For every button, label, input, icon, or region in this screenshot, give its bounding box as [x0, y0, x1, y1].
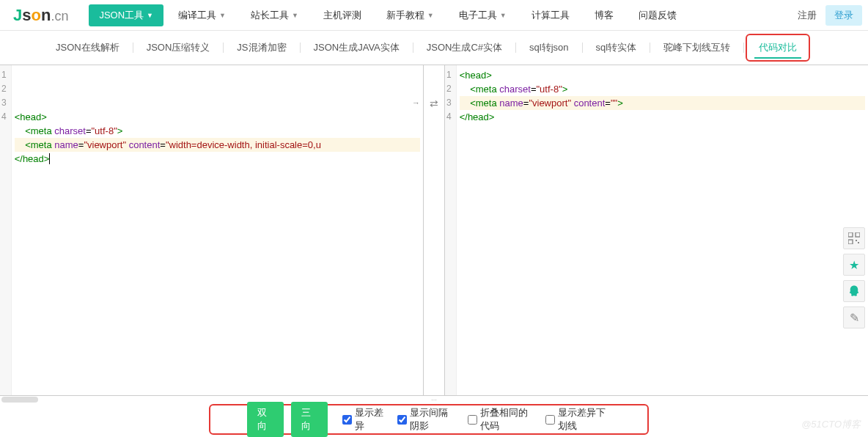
nav-8[interactable]: 问题反馈	[628, 4, 687, 26]
caret-icon: ▼	[292, 12, 298, 19]
check-label: 显示差异下划线	[558, 406, 611, 433]
check-label: 折叠相同的代码	[480, 406, 533, 433]
separator	[650, 43, 650, 53]
text-cursor	[49, 153, 50, 164]
subtab-7[interactable]: 驼峰下划线互转	[652, 35, 742, 60]
left-gutter: 1234	[0, 65, 12, 395]
check-1[interactable]: 显示间隔阴影	[397, 406, 455, 433]
code-line[interactable]: <meta name="viewport" content="">	[460, 96, 865, 110]
fold-arrow-icon[interactable]: →	[412, 96, 420, 110]
scroll-track: ⋯	[0, 396, 868, 403]
code-line[interactable]: <head>	[15, 110, 420, 124]
scroll-gap: ⋯	[423, 396, 445, 403]
svg-rect-2	[848, 240, 853, 244]
sub-nav: JSON在线解析JSON压缩转义JS混淆加密JSON生成JAVA实体JSON生成…	[0, 31, 868, 65]
scroll-thumb[interactable]	[1, 397, 38, 403]
nav-1[interactable]: 编译工具▼	[168, 4, 236, 26]
code-line[interactable]: <meta charset="utf-8">	[460, 82, 865, 96]
subtab-5[interactable]: sql转json	[518, 35, 580, 60]
caret-icon: ▼	[427, 12, 434, 19]
right-gutter: 1234	[445, 65, 457, 395]
check-label: 显示间隔阴影	[410, 406, 455, 433]
check-3[interactable]: 显示差异下划线	[545, 406, 611, 433]
diff-toolbar: 双向 三向 显示差异显示间隔阴影折叠相同的代码显示差异下划线	[209, 404, 649, 435]
checkbox-3[interactable]	[545, 415, 555, 425]
subtab-0[interactable]: JSON在线解析	[44, 35, 131, 60]
separator	[743, 43, 744, 53]
caret-icon: ▼	[147, 12, 153, 19]
right-pane[interactable]: 1234 <head> <meta charset="utf-8"> <meta…	[445, 65, 868, 395]
logo-j: J	[13, 6, 22, 24]
three-way-button[interactable]: 三向	[291, 402, 328, 437]
svg-rect-0	[848, 232, 853, 237]
check-0[interactable]: 显示差异	[342, 406, 384, 433]
qrcode-icon[interactable]	[843, 227, 865, 249]
subtab-1[interactable]: JSON压缩转义	[135, 35, 222, 60]
logo[interactable]: Json.cn	[6, 6, 76, 25]
separator	[223, 43, 224, 53]
subtab-6[interactable]: sql转实体	[584, 35, 649, 60]
code-line[interactable]: <meta name="viewport" content="width=dev…	[15, 138, 420, 152]
editor-area: 1234 → <head> <meta charset="utf-8"> <me…	[0, 65, 868, 396]
qq-icon[interactable]	[843, 280, 865, 302]
nav-6[interactable]: 计算工具	[521, 4, 580, 26]
two-way-button[interactable]: 双向	[247, 402, 284, 437]
separator	[300, 43, 301, 53]
separator	[413, 43, 413, 53]
topbar: Json.cn JSON工具▼编译工具▼站长工具▼主机评测新手教程▼电子工具▼计…	[0, 0, 868, 31]
logo-s: s	[22, 6, 31, 24]
left-scrollbar[interactable]	[0, 396, 423, 403]
logo-o: o	[32, 6, 41, 24]
separator	[515, 43, 516, 53]
caret-icon: ▼	[500, 12, 507, 19]
check-2[interactable]: 折叠相同的代码	[468, 406, 533, 433]
checkbox-2[interactable]	[468, 415, 477, 425]
nav-3[interactable]: 主机评测	[313, 4, 372, 26]
login-button[interactable]: 登录	[825, 5, 862, 26]
left-pane[interactable]: 1234 → <head> <meta charset="utf-8"> <me…	[0, 65, 423, 395]
nav-7[interactable]: 博客	[584, 4, 624, 26]
right-scrollbar[interactable]	[445, 396, 868, 403]
nav-2[interactable]: 站长工具▼	[240, 4, 309, 26]
check-label: 显示差异	[355, 406, 384, 433]
subtab-4[interactable]: JSON生成C#实体	[415, 35, 514, 60]
left-code[interactable]: → <head> <meta charset="utf-8"> <meta na…	[12, 65, 423, 395]
code-line[interactable]: <head>	[460, 68, 865, 82]
logo-cn: .cn	[51, 9, 68, 23]
separator	[582, 43, 583, 53]
subtab-8[interactable]: 代码对比	[746, 34, 810, 62]
subtab-2[interactable]: JS混淆加密	[225, 35, 298, 60]
nav-4[interactable]: 新手教程▼	[376, 4, 444, 26]
right-sidebar: ★ ✎	[843, 227, 865, 328]
svg-rect-3	[856, 240, 857, 241]
pencil-icon[interactable]: ✎	[843, 306, 865, 328]
checkbox-0[interactable]	[342, 415, 352, 425]
watermark: @51CTO博客	[801, 418, 861, 431]
nav-0[interactable]: JSON工具▼	[89, 4, 163, 26]
checkbox-1[interactable]	[397, 415, 407, 425]
caret-icon: ▼	[219, 12, 226, 19]
right-code[interactable]: <head> <meta charset="utf-8"> <meta name…	[457, 65, 868, 395]
code-line[interactable]: <meta charset="utf-8">	[15, 124, 420, 138]
separator	[133, 43, 133, 53]
code-line[interactable]: </head>	[460, 110, 865, 124]
nav-5[interactable]: 电子工具▼	[449, 4, 517, 26]
svg-rect-1	[856, 232, 860, 237]
star-icon[interactable]: ★	[843, 254, 865, 276]
register-button[interactable]: 注册	[789, 5, 825, 26]
splitter-handle[interactable]: ⇄	[423, 65, 445, 395]
subtab-3[interactable]: JSON生成JAVA实体	[302, 35, 411, 60]
svg-rect-4	[858, 242, 859, 243]
code-line[interactable]: </head>	[15, 152, 420, 166]
logo-n: n	[41, 6, 51, 24]
